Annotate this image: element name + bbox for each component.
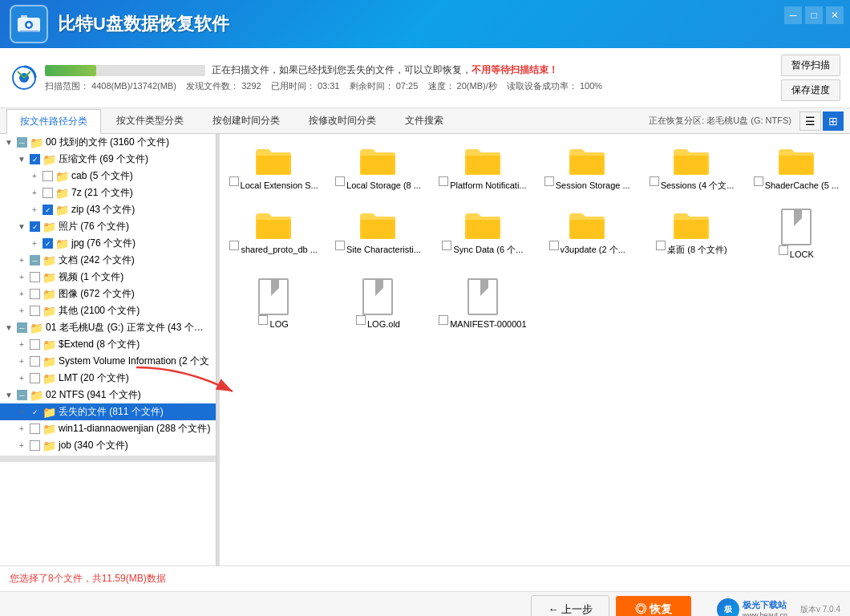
file-checkbox[interactable] [335, 176, 345, 186]
tree-checkbox[interactable]: ✓ [42, 205, 53, 215]
file-item[interactable]: ShaderCache (5 ... [746, 137, 847, 198]
tree-checkbox[interactable] [30, 424, 40, 434]
tree-item[interactable]: + 📁 LMT (20 个文件) [0, 370, 216, 387]
tree-toggle[interactable]: + [16, 374, 27, 383]
tree-toggle[interactable]: + [29, 188, 40, 197]
file-item[interactable]: Sessions (4 个文... [641, 137, 742, 198]
file-checkbox[interactable] [439, 176, 448, 186]
tree-item[interactable]: ▼ ─ 📁 01 老毛桃U盘 (G:) 正常文件 (43 个文件 [0, 319, 216, 336]
tree-item[interactable]: + ─ 📁 文档 (242 个文件) [0, 252, 216, 269]
file-item[interactable]: LOG [223, 271, 324, 337]
tree-toggle[interactable]: + [16, 441, 27, 450]
tree-checkbox[interactable] [30, 289, 40, 299]
tree-toggle[interactable]: + [16, 407, 27, 416]
file-item[interactable]: Site Characteristi... [327, 201, 428, 267]
tree-toggle[interactable]: ▼ [3, 391, 14, 399]
file-item[interactable]: Session Storage ... [536, 137, 638, 198]
file-checkbox[interactable] [439, 315, 448, 325]
tree-checkbox[interactable]: ✓ [42, 238, 53, 249]
tree-toggle[interactable]: + [16, 290, 27, 298]
minimize-button[interactable]: ─ [784, 6, 802, 24]
tree-item[interactable]: + 📁 图像 (672 个文件) [0, 286, 216, 302]
tree-checkbox[interactable]: ─ [30, 255, 40, 265]
tree-item[interactable]: + ✓ 📁 zip (43 个文件) [0, 201, 216, 218]
tree-checkbox[interactable]: ✓ [30, 154, 40, 164]
tree-toggle[interactable]: + [29, 205, 40, 214]
tree-checkbox[interactable] [30, 306, 40, 316]
file-checkbox[interactable] [258, 315, 268, 325]
tree-checkbox[interactable] [42, 188, 53, 198]
file-checkbox[interactable] [544, 176, 554, 186]
tree-checkbox[interactable]: ─ [17, 390, 27, 400]
tree-item[interactable]: ▼ ─ 📁 00 找到的文件 (3160 个文件) [0, 134, 216, 151]
file-checkbox[interactable] [656, 241, 666, 250]
tree-toggle[interactable]: + [16, 357, 27, 366]
file-item[interactable]: Local Extension S... [223, 137, 324, 198]
tree-checkbox[interactable] [30, 272, 40, 282]
file-item[interactable]: Sync Data (6 个... [432, 201, 533, 267]
tree-toggle[interactable]: + [16, 340, 27, 349]
file-checkbox[interactable] [650, 176, 659, 186]
tree-item[interactable]: ▼ ✓ 📁 压缩文件 (69 个文件) [0, 151, 216, 168]
list-view-button[interactable]: ☰ [799, 111, 821, 131]
tree-toggle[interactable]: + [29, 239, 40, 248]
tree-item[interactable]: + ✓ 📁 丢失的文件 (811 个文件) [0, 403, 216, 420]
tree-item[interactable]: + 📁 job (340 个文件) [0, 437, 216, 454]
tree-toggle[interactable]: ▼ [3, 323, 14, 332]
save-progress-button[interactable]: 保存进度 [781, 79, 840, 101]
tree-item[interactable]: + 📁 视频 (1 个文件) [0, 269, 216, 286]
file-item[interactable]: MANIFEST-000001 [432, 271, 533, 337]
tree-checkbox[interactable] [30, 440, 40, 451]
pause-scan-button[interactable]: 暂停扫描 [781, 55, 840, 76]
file-checkbox[interactable] [229, 241, 239, 250]
tree-checkbox[interactable] [30, 339, 40, 350]
tree-item[interactable]: ▼ ─ 📁 02 NTFS (941 个文件) [0, 387, 216, 403]
file-checkbox[interactable] [356, 315, 366, 325]
file-checkbox[interactable] [442, 241, 451, 250]
tree-toggle[interactable]: ▼ [3, 138, 14, 147]
tree-toggle[interactable]: + [29, 172, 40, 180]
tree-checkbox[interactable]: ✓ [30, 221, 40, 232]
file-checkbox[interactable] [229, 176, 239, 186]
file-checkbox[interactable] [549, 241, 559, 250]
tree-checkbox[interactable] [30, 373, 40, 383]
tree-toggle[interactable]: + [16, 424, 27, 433]
tree-toggle[interactable]: + [16, 306, 27, 315]
prev-button[interactable]: ← 上一步 [531, 595, 609, 617]
file-item[interactable]: 桌面 (8 个文件) [641, 201, 742, 267]
grid-view-button[interactable]: ⊞ [823, 111, 844, 131]
tree-checkbox[interactable] [42, 171, 53, 181]
tree-checkbox[interactable] [30, 356, 40, 367]
tree-item[interactable]: + 📁 $Extend (8 个文件) [0, 336, 216, 353]
file-item[interactable]: LOCK [746, 201, 847, 267]
tab-modify-time[interactable]: 按修改时间分类 [295, 108, 390, 133]
tab-path[interactable]: 按文件路径分类 [6, 109, 101, 134]
tree-toggle[interactable]: ▼ [16, 222, 27, 231]
maximize-button[interactable]: □ [805, 6, 823, 24]
tree-toggle[interactable]: ▼ [16, 155, 27, 164]
tree-checkbox[interactable]: ✓ [30, 407, 40, 417]
file-item[interactable]: shared_proto_db ... [223, 201, 324, 267]
restore-button[interactable]: ◎ 恢复 [616, 596, 691, 617]
file-checkbox[interactable] [754, 176, 763, 186]
file-checkbox[interactable] [335, 241, 345, 250]
tree-checkbox[interactable]: ─ [17, 322, 27, 333]
file-checkbox[interactable] [779, 245, 788, 255]
tree-item[interactable]: + 📁 其他 (2100 个文件) [0, 302, 216, 319]
tree-toggle[interactable]: + [16, 273, 27, 282]
tab-type[interactable]: 按文件类型分类 [103, 108, 197, 133]
file-item[interactable]: v3update (2 个... [536, 201, 638, 267]
tree-toggle[interactable]: + [16, 256, 27, 265]
tree-item[interactable]: + 📁 cab (5 个文件) [0, 168, 216, 184]
tree-checkbox[interactable]: ─ [17, 137, 27, 148]
tree-item[interactable]: + 📁 System Volume Information (2 个文 [0, 353, 216, 370]
tree-item[interactable]: + 📁 7z (21 个文件) [0, 184, 216, 201]
tree-item[interactable]: + ✓ 📁 jpg (76 个文件) [0, 235, 216, 252]
file-item[interactable]: Local Storage (8 ... [327, 137, 428, 198]
tree-item[interactable]: + 📁 win11-diannaowenjian (288 个文件) [0, 420, 216, 437]
file-item[interactable]: Platform Notificati... [432, 137, 533, 198]
tree-item[interactable]: ▼ ✓ 📁 照片 (76 个文件) [0, 218, 216, 235]
file-item[interactable]: LOG.old [327, 271, 428, 337]
tab-create-time[interactable]: 按创建时间分类 [199, 108, 293, 133]
tab-search[interactable]: 文件搜索 [391, 108, 457, 133]
